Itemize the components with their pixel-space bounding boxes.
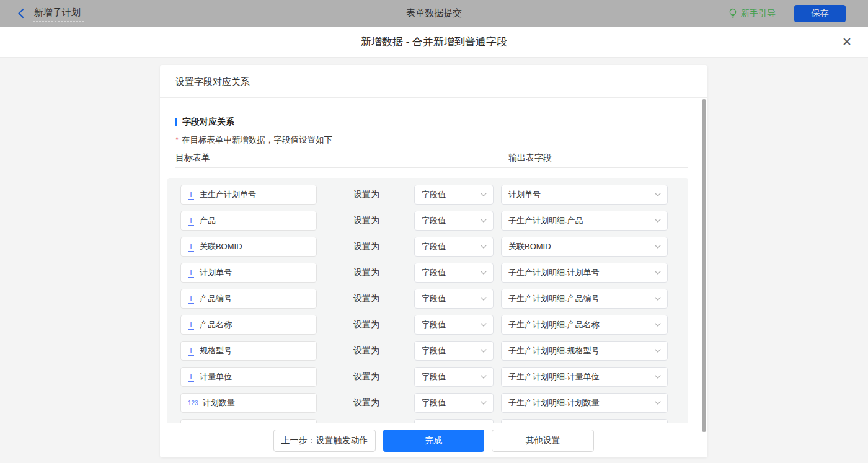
value-type-select[interactable]: 字段值 [414,211,494,231]
target-field[interactable]: T 产品编号 [180,289,317,309]
mapping-row: T 计划单号 设置为 字段值 子生产计划明细.计划单号 [167,263,688,283]
target-field[interactable]: T 规格型号 [180,341,317,361]
mapping-row: T 主生产计划单号 设置为 字段值 计划单号 [167,185,688,205]
output-field-select[interactable]: 子生产计划明细.计划单号 [501,263,668,283]
target-field[interactable]: T 关联BOMID [180,237,317,257]
scrollbar-thumb[interactable] [702,99,706,432]
target-field[interactable]: T 主生产计划单号 [180,185,317,205]
mapping-row: T 规格型号 设置为 字段值 子生产计划明细.规格型号 [167,341,688,361]
prev-step-button[interactable]: 上一步：设置触发动作 [273,430,376,452]
text-field-icon: T [188,320,194,330]
column-header-target: 目标表单 [175,152,210,164]
card-header: 设置字段对应关系 [160,65,707,98]
text-field-icon: T [188,190,194,200]
other-settings-button[interactable]: 其他设置 [492,430,594,452]
chevron-down-icon [655,193,661,196]
column-header-output: 输出表字段 [508,152,552,164]
set-as-label: 设置为 [353,215,379,226]
modal-header: 新增数据 - 合并新增到普通字段 ✕ [0,27,868,58]
chevron-down-icon [655,323,661,327]
value-type-select[interactable]: 字段值 [414,185,494,205]
chevron-down-icon [655,219,661,223]
guide-label: 新手引导 [741,8,776,19]
text-field-icon: T [188,373,194,382]
mapping-row: 123 计划数量 设置为 字段值 子生产计划明细.计划数量 [167,393,688,413]
mapping-row: T 计量单位 设置为 字段值 子生产计划明细.计量单位 [167,367,688,387]
text-field-icon: T [188,268,194,278]
set-as-label: 设置为 [353,267,379,278]
output-field-select[interactable]: 关联BOMID [501,237,668,257]
chevron-down-icon [655,401,661,405]
card-footer: 上一步：设置触发动作 完成 其他设置 [160,423,707,457]
set-as-label: 设置为 [353,345,379,356]
chevron-down-icon [480,401,487,405]
chevron-down-icon [655,271,661,275]
text-field-icon: T [188,216,194,226]
back-label[interactable]: 新增子计划 [33,6,84,22]
output-field-select[interactable]: 子生产计划明细.产品编号 [501,289,668,309]
chevron-down-icon [655,245,661,249]
text-field-icon: T [188,294,194,304]
set-as-label: 设置为 [353,319,379,330]
set-as-label: 设置为 [353,371,379,382]
value-type-select[interactable]: 字段值 [414,315,494,335]
output-field-select[interactable]: 子生产计划明细.计划数量 [501,393,668,413]
description-text: 在目标表单中新增数据，字段值设置如下 [182,134,332,145]
output-field-select[interactable]: 计划单号 [501,185,668,205]
output-field-select[interactable]: 子生产计划明细.产品 [501,211,668,231]
value-type-select[interactable]: 字段值 [414,289,494,309]
value-type-select[interactable]: 字段值 [414,237,494,257]
required-mark: * [175,134,179,145]
chevron-down-icon [480,245,487,249]
chevron-down-icon [480,323,487,327]
save-button[interactable]: 保存 [794,5,846,22]
chevron-down-icon [480,349,487,353]
chevron-down-icon [480,375,487,379]
lightbulb-icon [728,8,737,19]
chevron-down-icon [655,375,661,379]
section-accent-bar [175,118,177,126]
finish-button[interactable]: 完成 [383,430,484,452]
chevron-down-icon [480,193,487,196]
text-field-icon: T [188,346,194,356]
back-chevron-icon[interactable] [17,8,24,19]
section-title: 字段对应关系 [182,117,234,128]
target-field[interactable]: 123 计划数量 [180,393,317,413]
target-field[interactable]: T 产品 [180,211,317,231]
chevron-down-icon [480,271,487,275]
column-divider [175,167,688,168]
output-field-select[interactable]: 子生产计划明细.计量单位 [501,367,668,387]
set-as-label: 设置为 [353,189,379,200]
chevron-down-icon [480,297,487,301]
chevron-down-icon [655,349,661,353]
text-field-icon: T [188,242,194,252]
set-as-label: 设置为 [353,241,379,252]
value-type-select[interactable]: 字段值 [414,393,494,413]
value-type-select[interactable]: 字段值 [414,341,494,361]
output-field-select[interactable]: 子生产计划明细.规格型号 [501,341,668,361]
modal-title: 新增数据 - 合并新增到普通字段 [361,35,507,49]
target-field[interactable]: T 计量单位 [180,367,317,387]
topbar: 新增子计划 表单数据提交 新手引导 保存 [0,0,868,27]
mapping-row: T 产品名称 设置为 字段值 子生产计划明细.产品名称 [167,315,688,335]
chevron-down-icon [655,297,661,301]
value-type-select[interactable]: 字段值 [414,263,494,283]
mapping-rows-area: T 主生产计划单号 设置为 字段值 计划单号 T 产品 设置为 [167,178,688,426]
close-icon[interactable]: ✕ [841,35,853,49]
output-field-select[interactable]: 子生产计划明细.产品名称 [501,315,668,335]
mapping-row: T 关联BOMID 设置为 字段值 关联BOMID [167,237,688,257]
chevron-down-icon [480,219,487,223]
mapping-row: T 产品编号 设置为 字段值 子生产计划明细.产品编号 [167,289,688,309]
page-background: 设置字段对应关系 字段对应关系 * 在目标表单中新增数据，字段值设置如下 目标表… [0,58,868,463]
mapping-row: T 产品 设置为 字段值 子生产计划明细.产品 [167,211,688,231]
field-mapping-card: 设置字段对应关系 字段对应关系 * 在目标表单中新增数据，字段值设置如下 目标表… [160,65,707,457]
target-field[interactable]: T 计划单号 [180,263,317,283]
guide-link[interactable]: 新手引导 [728,8,776,19]
set-as-label: 设置为 [353,397,379,408]
target-field[interactable]: T 产品名称 [180,315,317,335]
number-field-icon: 123 [188,400,198,407]
value-type-select[interactable]: 字段值 [414,367,494,387]
set-as-label: 设置为 [353,293,379,304]
